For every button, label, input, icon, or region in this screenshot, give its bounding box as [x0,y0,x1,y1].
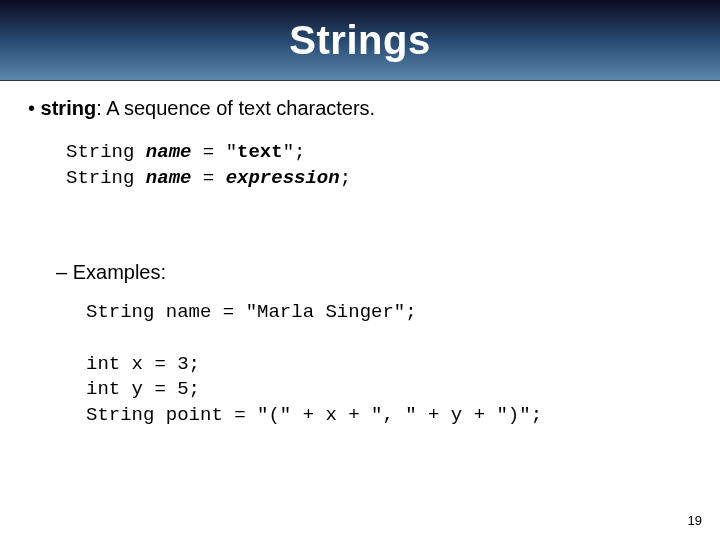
syntax1-text: text [237,141,283,163]
example-line-2: int x = 3; [86,353,200,375]
slide-title: Strings [289,18,430,63]
syntax1-name: name [146,141,192,163]
example-line-3: int y = 5; [86,378,200,400]
examples-block: String name = "Marla Singer"; int x = 3;… [86,300,692,428]
bullet-rest: : A sequence of text characters. [96,97,375,119]
syntax2-expr: expression [226,167,340,189]
slide: Strings • string: A sequence of text cha… [0,0,720,540]
definition-bullet: • string: A sequence of text characters. [28,95,692,122]
syntax1-post: "; [283,141,306,163]
bullet-prefix: • [28,97,41,119]
example-line-1: String name = "Marla Singer"; [86,301,417,323]
slide-body: • string: A sequence of text characters.… [0,81,720,428]
examples-label: – Examples: [56,261,692,284]
syntax2-name: name [146,167,192,189]
example-line-4: String point = "(" + x + ", " + y + ")"; [86,404,542,426]
syntax2-post: ; [340,167,351,189]
syntax2-pre: String [66,167,146,189]
page-number: 19 [688,513,702,528]
bullet-term: string [41,97,97,119]
syntax-block: String name = "text"; String name = expr… [66,140,692,191]
title-bar: Strings [0,0,720,81]
syntax2-mid: = [191,167,225,189]
syntax1-mid: = " [191,141,237,163]
syntax1-pre: String [66,141,146,163]
